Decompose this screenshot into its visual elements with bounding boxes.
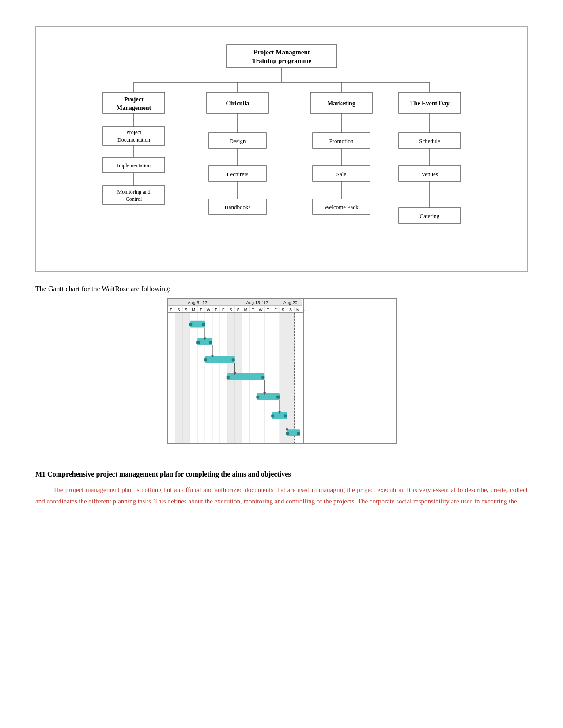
svg-rect-59 [175, 313, 182, 443]
svg-rect-102 [257, 393, 280, 400]
svg-rect-113 [286, 432, 289, 435]
svg-rect-98 [226, 376, 229, 379]
day-f1: F [170, 308, 172, 312]
day-m1: M [192, 308, 195, 312]
svg-rect-103 [256, 396, 259, 399]
org-chart: Project Managment Training programme Pro… [35, 26, 528, 272]
root-label-line1: Project Managment [253, 49, 310, 56]
l2-monitoring: Monitoring and [117, 189, 150, 195]
day-t2: T [215, 308, 217, 312]
day-s3: S [229, 308, 232, 312]
svg-rect-93 [204, 358, 207, 361]
l1-event-day: The Event Day [410, 100, 449, 107]
l2-handbooks: Handbooks [224, 204, 250, 210]
day-t3: T [252, 308, 254, 312]
gantt-svg: Aug 6, '17 Aug 13, '17 Aug 20, F S [167, 298, 397, 444]
svg-rect-85 [189, 323, 192, 326]
l1-project-management-2: Management [116, 105, 151, 111]
svg-rect-86 [202, 323, 205, 326]
section-heading: M1 Comprehensive project management plan… [35, 470, 528, 478]
gantt-intro-text: The Gantt chart for the WaitRose are fol… [35, 285, 528, 293]
day-s4: S [237, 308, 239, 312]
l2-monitoring2: Control [125, 196, 142, 202]
l2-venues: Venues [421, 171, 438, 177]
day-m2: M [244, 308, 247, 312]
body-paragraph: The project management plan is nothing b… [35, 484, 528, 507]
root-label-line2: Training programme [252, 57, 311, 64]
l2-implementation: Implementation [117, 162, 151, 169]
gantt-week1-label: Aug 6, '17 [187, 300, 207, 305]
svg-rect-88 [196, 341, 200, 344]
day-t4: T [267, 308, 269, 312]
svg-rect-64 [287, 313, 294, 443]
l2-welcome-pack: Welcome Pack [324, 204, 359, 210]
svg-rect-99 [261, 376, 264, 379]
l2-design: Design [229, 138, 246, 144]
l2-schedule: Schedule [419, 138, 440, 144]
l2-catering: Catering [419, 213, 439, 219]
svg-rect-63 [280, 313, 287, 443]
day-s1: S [177, 308, 180, 312]
svg-rect-89 [209, 341, 212, 344]
gantt-chart-wrapper: Aug 6, '17 Aug 13, '17 Aug 20, F S [35, 298, 528, 444]
svg-rect-114 [297, 432, 300, 435]
day-m3: M [296, 308, 299, 312]
day-w1: W [206, 308, 210, 312]
l1-project-management: Project [124, 96, 144, 103]
svg-rect-108 [271, 414, 274, 417]
l2-sale: Sale [336, 171, 346, 177]
day-f2: F [222, 308, 225, 312]
day-t1: T [200, 308, 202, 312]
svg-rect-104 [276, 396, 280, 399]
l1-ciriculla: Ciriculla [226, 100, 249, 107]
svg-rect-94 [231, 358, 234, 361]
l2-project-doc2: Documentation [117, 137, 150, 143]
day-w2: W [259, 308, 263, 312]
svg-rect-92 [205, 356, 235, 363]
org-chart-svg-wrap: Project Managment Training programme Pro… [90, 40, 474, 263]
svg-rect-60 [182, 313, 190, 443]
l2-project-doc: Project [126, 129, 142, 135]
l2-promotion: Promotion [329, 138, 353, 144]
day-s5: S [281, 308, 284, 312]
l1-marketing: Marketing [327, 100, 355, 107]
svg-rect-109 [283, 414, 287, 417]
day-overflow: ▸ [302, 308, 305, 312]
day-f3: F [274, 308, 277, 312]
l2-lecturers: Lecturers [227, 171, 248, 177]
day-s2: S [185, 308, 187, 312]
org-chart-svg: Project Managment Training programme Pro… [90, 40, 474, 261]
day-s6: S [289, 308, 291, 312]
gantt-week2-label: Aug 13, '17 [246, 300, 268, 305]
svg-rect-97 [227, 373, 264, 380]
gantt-week3-label: Aug 20, [283, 300, 298, 305]
